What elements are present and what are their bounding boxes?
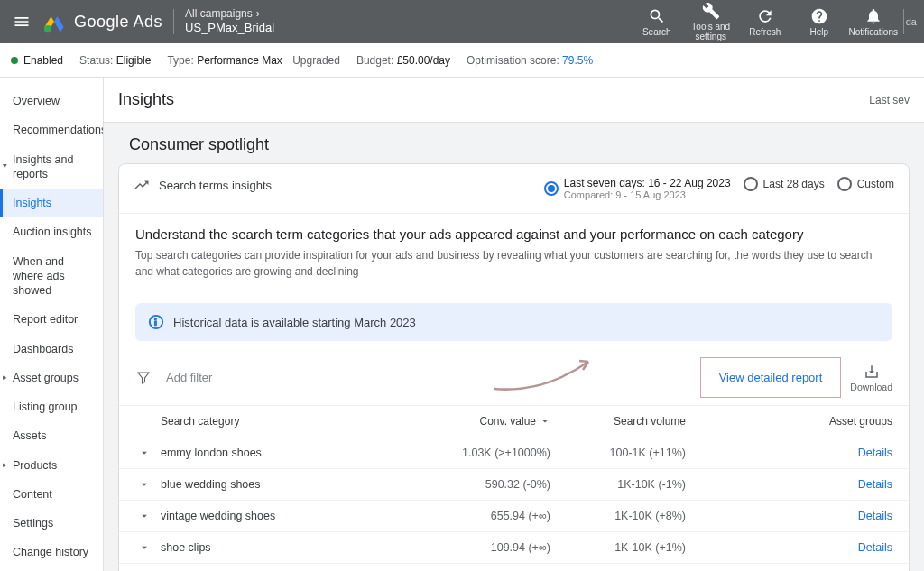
body-desc: Top search categories can provide inspir… <box>135 247 892 280</box>
view-detailed-report-link[interactable]: View detailed report <box>700 357 842 398</box>
row-category: blue wedding shoes <box>153 478 433 491</box>
add-filter[interactable]: Add filter <box>166 371 212 384</box>
row-conv-value: 655.94 (+∞) <box>433 510 550 522</box>
row-category: emmy london shoes <box>153 447 433 459</box>
header-actions: Search Tools and settings Refresh Help N… <box>631 0 900 43</box>
sidebar-item-change-history[interactable]: Change history <box>0 538 103 566</box>
sidebar-item-insights[interactable]: Insights <box>0 189 103 217</box>
sidebar-item-report-editor[interactable]: Report editor <box>0 305 103 334</box>
status-eligible: Status: Eligible <box>79 54 151 67</box>
optimisation-score: Optimisation score: 79.5% <box>467 54 593 67</box>
table-row: shoe clips109.94 (+∞)1K-10K (+1%)Details <box>119 532 909 564</box>
table-row: blue wedding shoes590.32 (-0%)1K-10K (-1… <box>119 469 909 501</box>
expand-row-button[interactable] <box>135 541 153 554</box>
header-overflow: da <box>903 9 919 34</box>
row-conv-value: 1.03K (>+1000%) <box>433 447 550 459</box>
table-header: Search category Conv. value Search volum… <box>119 405 909 437</box>
svg-rect-2 <box>155 321 157 326</box>
sort-desc-icon <box>540 416 550 427</box>
sidebar-item-overview[interactable]: Overview <box>0 87 103 115</box>
expand-row-button[interactable] <box>135 478 153 491</box>
status-enabled[interactable]: Enabled <box>11 54 63 67</box>
row-search-volume: 1K-10K (-1%) <box>550 478 686 491</box>
sidebar: Overview Recommendations Insights and re… <box>0 78 104 571</box>
help-icon <box>810 7 828 25</box>
row-details-link[interactable]: Details <box>686 478 892 491</box>
row-search-volume: 100-1K (+11%) <box>550 447 686 459</box>
expand-row-button[interactable] <box>135 447 153 459</box>
notifications-button[interactable]: Notifications <box>847 0 900 43</box>
row-details-link[interactable]: Details <box>686 541 892 554</box>
sidebar-item-content[interactable]: Content <box>0 480 103 509</box>
refresh-button[interactable]: Refresh <box>739 0 791 43</box>
row-details-link[interactable]: Details <box>686 447 892 459</box>
tools-button[interactable]: Tools and settings <box>685 0 737 43</box>
breadcrumb-all: All campaigns <box>185 7 253 22</box>
annotation-arrow-icon <box>489 348 597 393</box>
chevron-down-icon <box>138 541 151 554</box>
table-row: emmy london shoes1.03K (>+1000%)100-1K (… <box>119 437 909 469</box>
date-selector-preview[interactable]: Last sev <box>869 94 910 106</box>
campaign-type: Type: Performance Max Upgraded <box>167 54 339 67</box>
card-body: Understand the search term categories th… <box>119 214 909 292</box>
help-button[interactable]: Help <box>793 0 845 43</box>
filter-row: Add filter View detailed report Download <box>119 352 909 405</box>
chevron-down-icon <box>138 510 151 522</box>
content-area: Insights Last sev Consumer spotlight Sea… <box>104 78 924 571</box>
sidebar-item-insights-reports[interactable]: Insights and reports <box>0 145 103 189</box>
download-icon <box>864 364 880 380</box>
search-button[interactable]: Search <box>631 0 683 43</box>
row-category: shoe clips <box>153 541 433 554</box>
search-terms-card: Search terms insights Last seven days: 1… <box>118 163 910 571</box>
sidebar-item-assets[interactable]: Assets <box>0 421 103 450</box>
budget: Budget: £50.00/day <box>356 54 450 67</box>
trend-icon <box>134 177 150 193</box>
svg-rect-3 <box>155 318 157 320</box>
table-row: bridal shoes0.00 (-100%)10K-100K (-2%)De… <box>119 564 909 571</box>
menu-button[interactable] <box>5 5 38 38</box>
col-asset-groups[interactable]: Asset groups <box>686 415 892 428</box>
chevron-right-icon: › <box>256 7 260 22</box>
brand-logo[interactable]: Google Ads <box>42 9 162 34</box>
ads-logo-icon <box>42 9 67 34</box>
status-bar: Enabled Status: Eligible Type: Performan… <box>0 43 924 78</box>
sidebar-item-listing-group[interactable]: Listing group <box>0 392 103 421</box>
info-icon <box>148 314 164 330</box>
sidebar-item-asset-groups[interactable]: Asset groups <box>0 364 103 392</box>
date-range-28days[interactable]: Last 28 days <box>744 177 825 191</box>
expand-row-button[interactable] <box>135 510 153 522</box>
separator <box>173 9 174 34</box>
sidebar-item-products[interactable]: Products <box>0 451 103 480</box>
sidebar-item-dashboards[interactable]: Dashboards <box>0 335 103 364</box>
card-header: Search terms insights Last seven days: 1… <box>119 164 909 214</box>
info-banner: Historical data is available starting Ma… <box>135 303 892 341</box>
row-search-volume: 1K-10K (+8%) <box>550 510 686 522</box>
bell-icon <box>864 7 882 25</box>
body-title: Understand the search term categories th… <box>135 226 892 242</box>
row-details-link[interactable]: Details <box>686 510 892 522</box>
col-conv-value[interactable]: Conv. value <box>433 415 550 428</box>
sidebar-item-auction-insights[interactable]: Auction insights <box>0 217 103 246</box>
breadcrumb[interactable]: All campaigns › US_PMax_Bridal <box>185 7 274 36</box>
hamburger-icon <box>13 13 31 31</box>
status-dot-icon <box>11 57 18 64</box>
page-title: Insights <box>118 90 174 109</box>
top-header: Google Ads All campaigns › US_PMax_Brida… <box>0 0 924 43</box>
sidebar-item-when-where[interactable]: When and where ads showed <box>0 247 103 306</box>
row-conv-value: 109.94 (+∞) <box>433 541 550 554</box>
row-conv-value: 590.32 (-0%) <box>433 478 550 491</box>
col-search-volume[interactable]: Search volume <box>550 415 686 428</box>
row-category: vintage wedding shoes <box>153 510 433 522</box>
date-range-7days[interactable]: Last seven days: 16 - 22 Aug 2023 Compar… <box>544 177 731 200</box>
chevron-down-icon <box>138 478 151 491</box>
filter-icon <box>135 370 152 386</box>
date-range-custom[interactable]: Custom <box>837 177 894 191</box>
breadcrumb-campaign: US_PMax_Bridal <box>185 21 274 36</box>
row-search-volume: 1K-10K (+1%) <box>550 541 686 554</box>
sidebar-item-recommendations[interactable]: Recommendations <box>0 115 103 144</box>
refresh-icon <box>756 7 774 25</box>
sidebar-item-settings[interactable]: Settings <box>0 509 103 538</box>
col-category[interactable]: Search category <box>135 415 433 428</box>
section-title: Consumer spotlight <box>104 123 924 163</box>
download-button[interactable]: Download <box>850 364 892 392</box>
